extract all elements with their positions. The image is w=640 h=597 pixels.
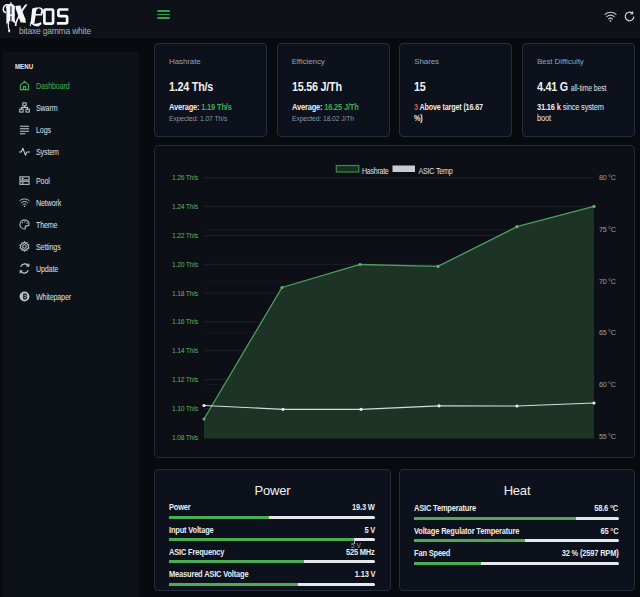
svg-text:1.24 Th/s: 1.24 Th/s <box>172 202 198 211</box>
svg-text:70 °C: 70 °C <box>599 277 616 286</box>
svg-text:1.10 Th/s: 1.10 Th/s <box>172 404 198 413</box>
svg-text:75 °C: 75 °C <box>599 225 616 234</box>
svg-text:1.16 Th/s: 1.16 Th/s <box>172 317 198 326</box>
svg-text:1.22 Th/s: 1.22 Th/s <box>172 231 198 240</box>
svg-text:55 °C: 55 °C <box>599 432 616 441</box>
svg-text:60 °C: 60 °C <box>599 380 616 389</box>
svg-text:1.26 Th/s: 1.26 Th/s <box>172 173 198 182</box>
svg-text:Hashrate: Hashrate <box>362 166 389 176</box>
svg-text:80 °C: 80 °C <box>599 173 616 182</box>
svg-text:65 °C: 65 °C <box>599 328 616 337</box>
svg-text:1.18 Th/s: 1.18 Th/s <box>172 289 198 298</box>
svg-text:ASIC Temp: ASIC Temp <box>419 166 453 176</box>
svg-text:1.08 Th/s: 1.08 Th/s <box>172 433 198 442</box>
svg-text:1.12 Th/s: 1.12 Th/s <box>172 375 198 384</box>
svg-text:1.14 Th/s: 1.14 Th/s <box>172 346 198 355</box>
svg-text:1.20 Th/s: 1.20 Th/s <box>172 260 198 269</box>
